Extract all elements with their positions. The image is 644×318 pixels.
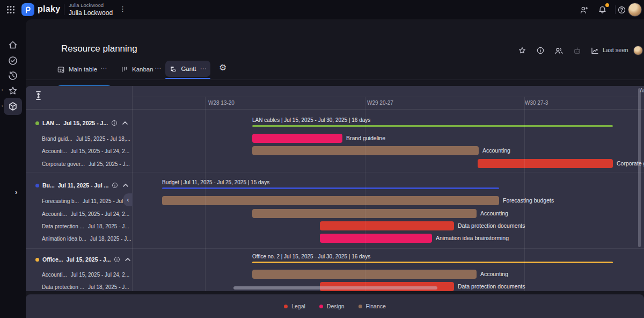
legend-item: Design: [319, 303, 345, 309]
task-bar[interactable]: [252, 146, 479, 155]
task-dates: Jul 15, 2025 - Jul 24, 2...: [71, 148, 130, 154]
top-app-bar: plaky Julia Lockwood Julia Lockwood ⋮: [0, 0, 644, 19]
group-summary-bar[interactable]: [252, 125, 613, 127]
panel-group-row[interactable]: LAN ...Jul 15, 2025 - J...: [26, 118, 132, 128]
group-name: LAN ...: [42, 120, 60, 126]
task-bar-label: Data protection documents: [458, 282, 525, 291]
task-bar[interactable]: [162, 196, 499, 205]
panel-task-row[interactable]: Accounti...Jul 15, 2025 - Jul 24, 2...: [26, 209, 132, 218]
group-summary-label: Budget | Jul 11, 2025 - Jul 25, 2025 | 1…: [162, 179, 269, 185]
task-bar[interactable]: [320, 221, 454, 230]
user-avatar[interactable]: [628, 3, 642, 17]
group-dates: Jul 11, 2025 - Jul ...: [58, 182, 109, 189]
notifications-bell-icon[interactable]: [598, 5, 607, 15]
tasks-check-icon[interactable]: [8, 55, 18, 66]
panel-task-row[interactable]: Accounti...Jul 15, 2025 - Jul 24, 2...: [26, 270, 132, 279]
tab-kanban-menu-icon[interactable]: ⋯: [155, 64, 161, 72]
group-info-icon[interactable]: [112, 182, 118, 189]
group-collapse-chevron-icon[interactable]: [122, 121, 128, 125]
task-bar-label: Data protection documents: [458, 221, 525, 230]
task-name: Accounti...: [42, 148, 67, 154]
vertical-scrollbar[interactable]: [638, 88, 641, 247]
gantt-chart: Aug LAN ...Jul 15, 2025 - J...LAN cables…: [26, 86, 644, 291]
divider: [26, 80, 644, 80]
brand-name[interactable]: plaky: [38, 4, 60, 14]
tab-kanban[interactable]: Kanban: [120, 62, 153, 76]
panel-divider[interactable]: [132, 86, 133, 291]
automation-robot-icon[interactable]: [573, 46, 582, 55]
task-dates: Jul 18, 2025 - J...: [90, 236, 131, 242]
board-info-icon[interactable]: [536, 46, 545, 55]
group-separator: [26, 172, 644, 172]
group-dates: Jul 15, 2025 - J...: [63, 120, 108, 126]
task-dates: Jul 18, 2025 - J...: [88, 284, 129, 290]
home-icon[interactable]: [8, 40, 18, 50]
star-pip-icon: ›: [2, 88, 3, 92]
panel-group-row[interactable]: Office...Jul 15, 2025 - J...: [26, 255, 132, 264]
tab-label: Kanban: [132, 66, 153, 73]
group-name: Office...: [42, 256, 63, 263]
group-info-icon[interactable]: [114, 256, 120, 263]
task-dates: Jul 11, 2025 - Jul ...: [83, 198, 129, 204]
group-summary-bar[interactable]: [162, 187, 499, 189]
task-bar[interactable]: [252, 209, 477, 218]
task-name: Data protection ...: [42, 284, 84, 290]
task-name: Brand guid...: [42, 136, 72, 142]
last-seen-avatar[interactable]: [633, 46, 643, 55]
horizontal-scrollbar[interactable]: [233, 286, 437, 290]
panel-task-row[interactable]: Forecasting b...Jul 11, 2025 - Jul ...: [26, 197, 132, 205]
tab-label: Main table: [69, 66, 97, 73]
week-gridline: [524, 97, 525, 291]
legend-item: Legal: [284, 303, 305, 309]
notification-badge: [605, 3, 609, 7]
board-members-icon[interactable]: [554, 46, 564, 55]
task-bar[interactable]: [320, 234, 432, 243]
task-bar[interactable]: [252, 134, 342, 143]
task-name: Accounti...: [42, 211, 67, 217]
group-info-icon[interactable]: [111, 120, 118, 126]
group-collapse-chevron-icon[interactable]: [123, 184, 128, 187]
plaky-logo-icon[interactable]: [21, 3, 34, 16]
sidebar-expand-chevron-icon[interactable]: ›: [15, 188, 17, 196]
panel-task-row[interactable]: Animation idea b...Jul 18, 2025 - J...: [26, 234, 132, 243]
group-collapse-chevron-icon[interactable]: [125, 258, 130, 261]
group-name: Bu...: [42, 182, 55, 189]
task-bar[interactable]: [252, 270, 477, 279]
starred-icon[interactable]: [8, 85, 18, 96]
invite-user-icon[interactable]: [580, 5, 589, 15]
panel-collapse-button[interactable]: ‹: [123, 193, 133, 206]
favorite-star-icon[interactable]: [518, 46, 526, 55]
task-bar-label: Accounting: [482, 146, 510, 155]
activity-chart-icon[interactable]: [590, 46, 599, 55]
tab-main-table[interactable]: Main table: [57, 62, 97, 76]
help-icon[interactable]: [617, 5, 626, 15]
task-name: Accounti...: [42, 272, 67, 278]
group-color-dot: [35, 121, 39, 125]
group-summary-bar[interactable]: [252, 262, 613, 263]
workspace-menu-kebab-icon[interactable]: ⋮: [119, 5, 126, 13]
views-settings-gear-icon[interactable]: ⚙: [219, 62, 226, 73]
boards-cube-icon[interactable]: [8, 101, 18, 112]
task-bar-label: Animation idea brainstorming: [436, 234, 509, 243]
collapse-all-groups-icon[interactable]: [34, 90, 42, 101]
task-bar-label: Forecasting budgets: [503, 196, 554, 205]
panel-task-row[interactable]: Accounti...Jul 15, 2025 - Jul 24, 2...: [26, 147, 132, 155]
panel-task-row[interactable]: Corporate gover...Jul 25, 2025 - J...: [26, 160, 132, 168]
panel-group-row[interactable]: Bu...Jul 11, 2025 - Jul ...: [26, 180, 132, 190]
boards-pip-icon: ›: [2, 104, 3, 109]
apps-grid-icon[interactable]: [6, 5, 15, 14]
panel-task-row[interactable]: Data protection ...Jul 18, 2025 - J...: [26, 222, 132, 230]
workspace-name[interactable]: Julia Lockwood: [69, 9, 113, 17]
task-bar[interactable]: [478, 159, 613, 168]
recent-history-icon[interactable]: [8, 70, 18, 81]
legend-label: Design: [327, 303, 345, 309]
panel-task-row[interactable]: Data protection ...Jul 18, 2025 - J...: [26, 283, 132, 291]
tab-main-table-menu-icon[interactable]: ⋯: [100, 64, 107, 72]
tab-label: Gantt: [181, 66, 196, 72]
task-name: Corporate gover...: [42, 161, 85, 167]
group-summary-label: LAN cables | Jul 15, 2025 - Jul 30, 2025…: [252, 117, 370, 123]
tab-gantt-active[interactable]: Gantt ⋯: [165, 61, 210, 77]
tab-gantt-menu-icon[interactable]: ⋯: [200, 65, 207, 73]
task-bar-label: Accounting: [480, 209, 508, 218]
panel-task-row[interactable]: Brand guid...Jul 15, 2025 - Jul 18,...: [26, 134, 132, 143]
